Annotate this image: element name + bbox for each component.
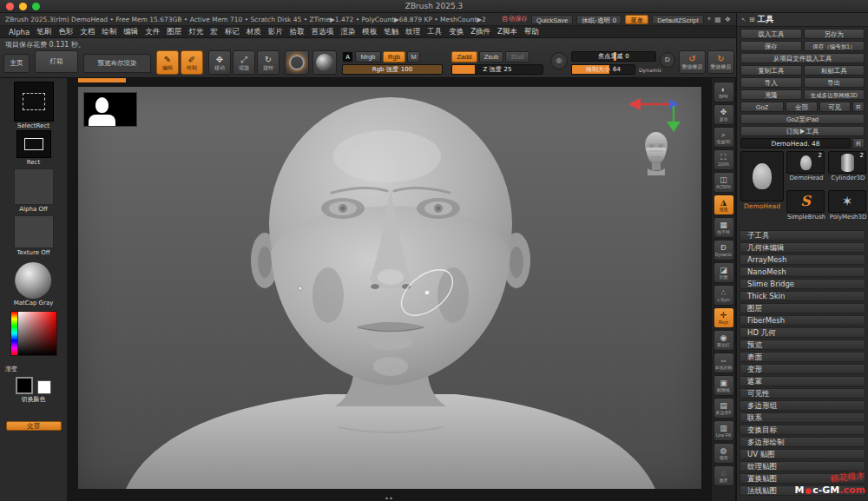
switch-color-label[interactable]: 切换颜色 xyxy=(3,395,64,404)
target-icon[interactable]: ⌖ xyxy=(707,15,712,23)
right-shelf-button[interactable]: ✛ Rxyz xyxy=(713,307,734,328)
replay-last-relative-button[interactable]: ↻ 重做最后 xyxy=(707,50,734,74)
save-as-button[interactable]: 另存为 xyxy=(804,29,865,39)
import-button[interactable]: 导入 xyxy=(740,77,802,88)
canvas-scroll-arrows[interactable]: ▴▴ xyxy=(385,494,394,500)
live-boolean-toggle[interactable]: 预览布尔渲染 xyxy=(83,54,151,73)
right-shelf-button[interactable]: ◐ BPR xyxy=(713,82,734,102)
hue-strip[interactable] xyxy=(11,312,17,355)
tool-section-row[interactable]: 几何体编辑 xyxy=(740,242,865,253)
tool-section-row[interactable]: 变形 xyxy=(740,364,865,374)
saturation-square[interactable] xyxy=(18,312,56,355)
tool-section-row[interactable]: Thick Skin xyxy=(740,291,865,301)
tool-section-row[interactable]: 法线贴图 xyxy=(740,485,865,496)
alt-button[interactable]: 交替 xyxy=(6,421,62,431)
menu-item[interactable]: 文件 xyxy=(141,27,163,37)
menu-item[interactable]: 材质 xyxy=(243,27,265,37)
right-shelf-button[interactable]: ◮ 透视 xyxy=(713,194,734,215)
menu-item[interactable]: 绘制 xyxy=(98,27,120,37)
menu-item[interactable]: 工具 xyxy=(424,27,445,37)
layout-icon[interactable]: ❖ xyxy=(725,16,731,23)
zadd-button[interactable]: Zadd xyxy=(451,51,477,63)
tool-section-row[interactable]: 置换贴图 xyxy=(740,473,865,484)
m-button[interactable]: M xyxy=(407,51,420,63)
tool-thumb-cylinder3d[interactable]: 2 Cylinder3D xyxy=(828,151,868,188)
tool-section-row[interactable]: NanoMesh xyxy=(740,267,865,277)
sleep-opacity-slider[interactable]: 休眠-透明 0 xyxy=(576,15,621,24)
mrgb-button[interactable]: Mrgb xyxy=(355,51,381,63)
tool-thumb-demohead[interactable]: 2 DemoHead xyxy=(786,151,826,188)
main-color-swatch[interactable] xyxy=(16,377,33,394)
subscribe-tool-button[interactable]: 订阅▶工具 xyxy=(740,126,865,136)
right-shelf-button[interactable]: ▤ 多边形F xyxy=(713,398,734,419)
brush-falloff-preview-button[interactable] xyxy=(285,50,309,75)
tool-section-row[interactable]: 联系 xyxy=(740,412,865,423)
menu-item[interactable]: Alpha xyxy=(5,28,33,36)
grid-icon[interactable]: ▦ xyxy=(714,16,721,23)
menu-item[interactable]: Z插件 xyxy=(467,27,494,37)
a-toggle[interactable]: A xyxy=(342,51,353,63)
panel-collapse-icon[interactable]: ↖ xyxy=(741,16,746,23)
lightbox-tab[interactable]: 灯箱 xyxy=(35,50,78,73)
menu-item[interactable]: Z脚本 xyxy=(494,27,521,37)
texture-selector[interactable]: Texture Off xyxy=(14,215,54,256)
draw-size-slider[interactable]: 绘制大小 64 xyxy=(571,64,635,75)
document-viewport[interactable] xyxy=(78,87,701,489)
right-shelf-button[interactable]: ◌ 幽灵 xyxy=(713,465,734,486)
right-shelf-button[interactable]: ⌕ 缩放3D xyxy=(713,127,734,148)
focal-shift-slider[interactable]: 焦点衰减 0 xyxy=(571,51,656,62)
clone-button[interactable]: 克隆 xyxy=(740,89,802,100)
right-shelf-button[interactable]: ▣ 帧网格 xyxy=(713,375,734,396)
copy-tool-button[interactable]: 复制工具 xyxy=(740,65,802,76)
goz-visible-button[interactable]: 可见 xyxy=(819,102,851,112)
menu-item[interactable]: 标记 xyxy=(221,27,243,37)
dynamic-d-button[interactable]: D xyxy=(660,52,675,68)
menu-item[interactable]: 文档 xyxy=(76,27,98,37)
alpha-selector[interactable]: Alpha Off xyxy=(14,168,54,213)
tool-section-row[interactable]: 纹理贴图 xyxy=(740,461,865,471)
tool-thumb-polymesh3d[interactable]: ✶ PolyMesh3D xyxy=(828,190,868,227)
menu-item[interactable]: 首选项 xyxy=(308,27,338,37)
document-thumbnail[interactable] xyxy=(83,92,137,127)
tool-section-row[interactable]: 表面 xyxy=(740,352,865,362)
stroke-selector[interactable]: Rect xyxy=(16,130,51,166)
demohead-sculpt[interactable] xyxy=(78,87,701,489)
right-shelf-button[interactable]: Ð Dynamic xyxy=(713,240,734,260)
tool-section-row[interactable]: FiberMesh xyxy=(740,315,865,326)
make-polymesh3d-button[interactable]: 生成多边形网格3D xyxy=(804,89,865,100)
tool-section-row[interactable]: ArrayMesh xyxy=(740,254,865,265)
menu-item[interactable]: 灯光 xyxy=(185,27,207,37)
quicksave-button[interactable]: QuickSave xyxy=(531,15,573,24)
right-shelf-button[interactable]: ◫ AC50% xyxy=(713,172,734,193)
load-from-project-button[interactable]: 从项目文件载入工具 xyxy=(740,53,865,63)
goz-button[interactable]: GoZ xyxy=(740,102,784,112)
tool-section-row[interactable]: Slime Bridge xyxy=(740,279,865,289)
tool-section-row[interactable]: 预览 xyxy=(740,339,865,350)
tool-section-row[interactable]: 多边形绘制 xyxy=(740,437,865,447)
gradient-label[interactable]: 渐变 xyxy=(5,365,17,373)
menu-item[interactable]: 图层 xyxy=(163,27,185,37)
menu-item[interactable]: 变换 xyxy=(445,27,467,37)
brush-selector[interactable]: SelectRect xyxy=(14,82,54,129)
right-shelf-button[interactable]: ▥ Line Fill xyxy=(713,420,734,441)
menu-item[interactable]: 拾取 xyxy=(286,27,308,37)
right-shelf-button[interactable]: ▦ 地平线 xyxy=(713,217,734,238)
tool-thumb-demohead-active[interactable]: DemoHead xyxy=(740,151,784,227)
right-shelf-button[interactable]: ⛶ 100% xyxy=(713,149,734,170)
menu-item[interactable]: 渲染 xyxy=(337,27,358,37)
save-numbered-button[interactable]: 保存（编号加1） xyxy=(804,41,865,51)
menu-item[interactable]: 色彩 xyxy=(55,27,76,37)
focal-ring-icon[interactable]: ◎ xyxy=(550,52,568,69)
rotate-button[interactable]: ↻ 旋转 xyxy=(257,50,279,75)
menu-item[interactable]: 影片 xyxy=(265,27,286,37)
menu-item[interactable]: 纹理 xyxy=(402,27,424,37)
goz-to-ipad-button[interactable]: GoZ至iPad xyxy=(740,114,865,124)
canvas-area[interactable]: ▴▴ xyxy=(68,78,712,501)
menu-item[interactable]: 模板 xyxy=(358,27,380,37)
menu-item[interactable]: 宏 xyxy=(207,27,221,37)
export-button[interactable]: 导出 xyxy=(804,77,865,88)
tool-section-row[interactable]: 遮罩 xyxy=(740,376,865,386)
load-tool-button[interactable]: 载入工具 xyxy=(740,29,802,39)
tool-section-row[interactable]: 多边形组 xyxy=(740,400,865,411)
menu-item[interactable]: 编辑 xyxy=(120,27,141,37)
